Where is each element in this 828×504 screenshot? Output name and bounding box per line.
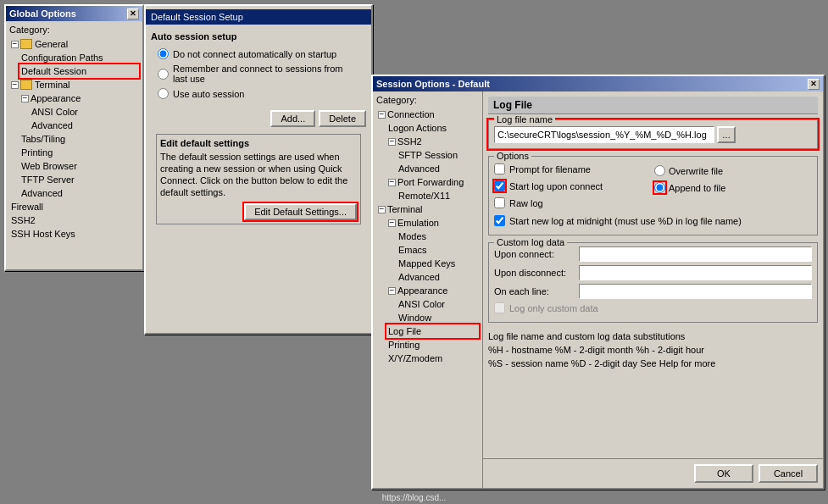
upon-connect-input[interactable] (579, 246, 812, 262)
delete-button[interactable]: Delete (319, 110, 366, 127)
expand-connection[interactable]: − (378, 111, 386, 119)
expand-portfwd[interactable]: − (388, 179, 396, 186)
tree-config-paths[interactable]: Configuration Paths (19, 51, 139, 64)
add-button[interactable]: Add... (270, 110, 315, 127)
tree-ssh-host-keys[interactable]: SSH Host Keys (9, 227, 139, 241)
sess-tree-adv-terminal[interactable]: Advanced (397, 270, 479, 284)
sess-advanced-label: Advanced (398, 163, 440, 174)
sess-tree-printing[interactable]: Printing (386, 338, 479, 352)
tree-web-browser-label: Web Browser (21, 159, 77, 174)
log-only-custom-label: Log only custom data (509, 303, 598, 313)
sess-tree-mapped-keys[interactable]: Mapped Keys (397, 257, 479, 270)
close-btn[interactable]: ✕ (127, 8, 139, 19)
tree-firewall-label: Firewall (11, 200, 43, 214)
hint-line2: %H - hostname %M - 2-digit month %h - 2-… (488, 343, 818, 357)
sess-printing-label: Printing (388, 340, 420, 350)
global-options-title: Global Options (9, 8, 76, 19)
hint-line3: %S - session name %D - 2-digit day See H… (488, 357, 818, 370)
overwrite-row: Overwrite file (654, 163, 812, 178)
radio-remember-input[interactable] (158, 69, 169, 80)
tree-tftp-server[interactable]: TFTP Server (19, 173, 139, 186)
sess-tree-modes[interactable]: Modes (397, 230, 479, 243)
tree-web-browser[interactable]: Web Browser (19, 159, 139, 173)
expand-terminal[interactable]: − (11, 81, 19, 89)
sess-tree-advanced[interactable]: Advanced (397, 162, 479, 175)
session-close-btn[interactable]: ✕ (808, 79, 820, 90)
sess-tree-sftp[interactable]: SFTP Session (397, 148, 479, 162)
expand-emulation[interactable]: − (388, 219, 396, 227)
sess-tree-ssh2[interactable]: − SSH2 (386, 135, 479, 148)
prompt-filename-cb[interactable] (494, 163, 505, 174)
sess-tree-emulation[interactable]: − Emulation (386, 216, 479, 230)
raw-log-label: Raw log (509, 198, 543, 208)
log-only-custom-cb[interactable] (494, 302, 505, 313)
midnight-log-label: Start new log at midnight (must use %D i… (509, 216, 742, 226)
raw-log-cb[interactable] (494, 197, 505, 208)
log-file-name-group: Log file name … (488, 119, 818, 149)
edit-default-btn[interactable]: Edit Default Settings... (244, 203, 357, 220)
ok-button[interactable]: OK (694, 464, 753, 483)
edit-section-desc: The default session settings are used wh… (160, 151, 357, 198)
general-folder-icon (20, 39, 32, 49)
overwrite-radio[interactable] (654, 165, 665, 176)
sess-tree-appearance[interactable]: − Appearance (386, 284, 479, 297)
tree-printing[interactable]: Printing (19, 146, 139, 159)
radio-auto-input[interactable] (158, 88, 169, 99)
tree-advanced-label: Advanced (31, 119, 73, 133)
on-each-line-row: On each line: (494, 284, 812, 299)
tree-appearance[interactable]: − Appearance (19, 91, 139, 105)
radio-auto-session: Use auto session (158, 88, 359, 99)
tree-terminal-label: Terminal (35, 78, 70, 92)
hint-section: Log file name and custom log data substi… (488, 330, 818, 370)
tree-ssh2[interactable]: SSH2 (9, 213, 139, 227)
expand-ssh2[interactable]: − (388, 138, 396, 146)
custom-log-title: Custom log data (494, 237, 567, 247)
session-options-window: Session Options - Default ✕ Category: − … (371, 75, 825, 490)
sess-tree-xyz[interactable]: X/Y/Zmodem (386, 352, 479, 365)
sess-tree-log-file[interactable]: Log File (386, 324, 479, 338)
sess-tree-ansi-color[interactable]: ANSI Color (397, 297, 479, 311)
sess-tree-connection[interactable]: − Connection (376, 108, 479, 121)
radio-no-connect-input[interactable] (158, 48, 169, 59)
radio-remember-label: Remember and connect to sessions from la… (173, 64, 359, 84)
tree-advanced[interactable]: Advanced (30, 119, 139, 132)
upon-disconnect-input[interactable] (579, 265, 812, 280)
sess-tree-logon[interactable]: Logon Actions (386, 121, 479, 135)
append-label: Append to file (669, 183, 725, 193)
tree-general[interactable]: − General (9, 37, 139, 51)
expand-appearance[interactable]: − (21, 95, 29, 102)
append-radio[interactable] (654, 182, 665, 193)
sess-tree-remotex11[interactable]: Remote/X11 (397, 189, 479, 202)
sess-xyz-label: X/Y/Zmodem (388, 353, 442, 363)
tree-config-paths-label: Configuration Paths (21, 51, 103, 65)
cancel-button[interactable]: Cancel (759, 464, 818, 483)
tree-terminal[interactable]: − Terminal (9, 78, 139, 91)
sess-tree-terminal[interactable]: − Terminal (376, 202, 479, 216)
sess-tree-emacs[interactable]: Emacs (397, 243, 479, 257)
overwrite-label: Overwrite file (669, 166, 723, 176)
sess-tree-portfwd[interactable]: − Port Forwarding (386, 175, 479, 189)
sess-log-file-label: Log File (388, 326, 421, 336)
midnight-log-row: Start new log at midnight (must use %D i… (494, 215, 812, 226)
tree-default-session[interactable]: Default Session (19, 64, 139, 78)
expand-general[interactable]: − (11, 41, 19, 48)
on-each-line-input[interactable] (579, 284, 812, 299)
expand-terminal[interactable]: − (378, 206, 386, 213)
start-log-row: Start log upon connect (494, 180, 652, 191)
sess-tree-window[interactable]: Window (397, 311, 479, 324)
custom-log-group: Custom log data Upon connect: Upon disco… (488, 242, 818, 323)
browse-button[interactable]: … (717, 126, 736, 143)
radio-remember: Remember and connect to sessions from la… (158, 64, 359, 84)
tree-tabs-tiling[interactable]: Tabs/Tiling (19, 132, 139, 146)
upon-disconnect-label: Upon disconnect: (494, 268, 579, 278)
title-bar-buttons: ✕ (127, 8, 139, 19)
global-options-content: Category: − General Configuration Paths … (6, 21, 142, 244)
tree-ansi-color[interactable]: ANSI Color (30, 105, 139, 119)
midnight-log-cb[interactable] (494, 215, 505, 226)
expand-sess-appearance[interactable]: − (388, 287, 396, 295)
tree-firewall[interactable]: Firewall (9, 200, 139, 213)
tree-advanced-general[interactable]: Advanced (19, 186, 139, 200)
log-file-path-input[interactable] (494, 126, 714, 143)
start-log-cb[interactable] (494, 180, 505, 191)
global-options-title-bar: Global Options ✕ (6, 6, 142, 21)
